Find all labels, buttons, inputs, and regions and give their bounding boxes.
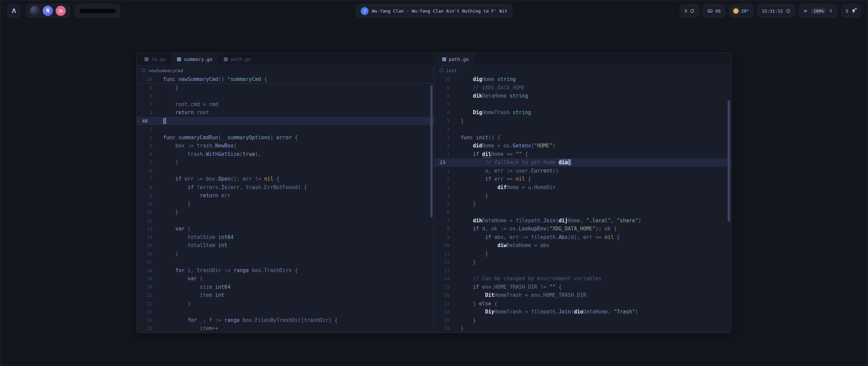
code-line[interactable]: 46} — [137, 117, 434, 125]
tab-path.go[interactable]: path.go — [218, 53, 256, 65]
tab-rm.go[interactable]: rm.go — [139, 53, 171, 65]
code-line[interactable]: 25 item++ — [137, 324, 434, 333]
code-line[interactable]: 4 } — [137, 84, 434, 92]
code-line[interactable]: 3func init() { — [434, 134, 732, 142]
code-line[interactable]: 14 // Can be changed by environment vari… — [434, 274, 732, 283]
code-line[interactable]: 18 for i, trashDir := range box.TrashDir… — [137, 266, 434, 275]
active-window-title[interactable] — [75, 4, 120, 17]
code-line[interactable]: 3 — [137, 92, 434, 100]
code-line[interactable]: 15 totalItem int — [137, 241, 434, 250]
code-line[interactable]: 17 — [137, 258, 434, 266]
code-line[interactable]: 7 — [434, 100, 732, 109]
browser-icon[interactable] — [30, 6, 40, 16]
code-line[interactable]: 20} — [434, 324, 732, 333]
code-line[interactable]: 2 root.cmd = cmd — [137, 100, 434, 109]
code-text — [156, 308, 434, 316]
code-text: dikDataHome string — [454, 92, 732, 100]
launcher-button[interactable]: Λ — [7, 4, 20, 17]
code-line[interactable]: 11 } — [434, 250, 732, 258]
code-line[interactable]: 3 difHome = u.HomeDir — [434, 183, 732, 192]
clock-widget[interactable]: 12:31:12 — [757, 4, 795, 17]
volume-widget[interactable]: 100% — [799, 4, 837, 17]
neovim-icon[interactable]: N — [43, 6, 53, 16]
code-line[interactable]: 15 if env.HOME_TRASH_DIR != "" { — [434, 283, 732, 291]
notifications-widget[interactable]: 5 — [841, 4, 861, 17]
updates-widget[interactable]: 9 — [680, 4, 699, 17]
code-line[interactable]: 7 dihDataHome = filepath.Join(dijHome, "… — [434, 217, 732, 225]
code-line[interactable]: 10 digHome string — [434, 75, 732, 84]
code-line[interactable]: 2 didHome = os.Getenv("HOME") — [434, 142, 732, 150]
line-number: 5 — [434, 200, 454, 208]
code-text — [156, 92, 434, 100]
code-line[interactable]: 6 — [434, 208, 732, 217]
code-line[interactable]: 6 DigHomeTrash string — [434, 108, 732, 117]
code-line[interactable]: 6 — [137, 167, 434, 175]
code-line[interactable]: 9 if abs, err := filepath.Abs(d); err ==… — [434, 233, 732, 242]
tab-path.go[interactable]: path.go — [436, 53, 475, 65]
code-line[interactable]: 1 — [137, 125, 434, 134]
code-line[interactable]: 14 totalSize int64 — [137, 233, 434, 242]
code-line[interactable]: 5 } — [434, 200, 732, 208]
code-area-left[interactable]: 26func newSummaryCmd() *summaryCmd {4 }3… — [137, 75, 434, 333]
code-line[interactable]: 2func summaryCmdRun(_ summaryOptions) er… — [137, 134, 434, 142]
code-text: if env.HOME_TRASH_DIR != "" { — [454, 283, 732, 291]
code-line[interactable]: 3 box := trash.NewBox( — [137, 142, 434, 150]
code-line[interactable]: 4 trash.WithGetSize(true), — [137, 150, 434, 159]
sticky-context-line[interactable]: 26func newSummaryCmd() *summaryCmd { — [137, 75, 434, 84]
code-line[interactable]: 10 diwDataHome = abs — [434, 241, 732, 250]
code-line[interactable]: 10 } — [137, 200, 434, 208]
tab-summary.go[interactable]: summary.go — [171, 53, 218, 65]
notes-icon[interactable] — [56, 6, 66, 16]
code-text: item++ — [156, 324, 434, 333]
code-line[interactable]: 12 — [137, 217, 434, 225]
code-line[interactable]: 1 if dilHome == "" { — [434, 150, 732, 159]
code-line[interactable]: 19 } — [434, 316, 732, 325]
line-number: 17 — [137, 258, 156, 266]
code-line[interactable]: 23 // fallback to get home dia — [434, 158, 732, 167]
weather-widget[interactable]: 29° — [729, 4, 753, 17]
media-player-widget[interactable]: ♪ Wu-Tang Clan - Wu-Tang Clan Ain't Nuth… — [356, 4, 512, 17]
code-line[interactable]: 22 ) — [137, 300, 434, 308]
code-line[interactable]: 13 var ( — [137, 225, 434, 233]
code-line[interactable]: 24 for _, f := range box.FilesByTrashDir… — [137, 316, 434, 325]
code-line[interactable]: 4 } — [434, 191, 732, 200]
code-line[interactable]: 19 var ( — [137, 274, 434, 283]
code-line[interactable]: 17 } else { — [434, 300, 732, 308]
code-line[interactable]: 9 // $XDG_DATA_HOME — [434, 84, 732, 92]
code-text: box := trash.NewBox( — [156, 142, 434, 150]
line-number: 5 — [434, 117, 454, 125]
speaker-icon — [803, 8, 808, 14]
code-line[interactable]: 8 dikDataHome string — [434, 92, 732, 100]
code-text: } — [454, 191, 732, 200]
code-line[interactable]: 5} — [434, 117, 732, 125]
code-line[interactable]: 16 DitHomeTrash = env.HOME_TRASH_DIR — [434, 291, 732, 300]
code-line[interactable]: 20 size int64 — [137, 283, 434, 291]
code-line[interactable]: 18 DiyHomeTrash = filepath.Join(dioDataH… — [434, 308, 732, 316]
line-number: 13 — [434, 266, 454, 275]
code-line[interactable]: 21 item int — [137, 291, 434, 300]
code-line[interactable]: 9 return err — [137, 191, 434, 200]
line-number: 2 — [434, 142, 454, 150]
code-line[interactable]: 4 — [434, 125, 732, 134]
code-text: var ( — [156, 274, 434, 283]
code-line[interactable]: 1 return root — [137, 108, 434, 117]
code-line[interactable]: 5 ) — [137, 158, 434, 167]
code-line[interactable]: 16 ) — [137, 250, 434, 258]
line-number: 14 — [434, 274, 454, 283]
code-line[interactable]: 1 u, err := user.Current() — [434, 167, 732, 175]
code-line[interactable]: 2 if err == nil { — [434, 175, 732, 183]
code-line[interactable]: 8 if d, ok := os.LookupEnv("XDG_DATA_HOM… — [434, 225, 732, 233]
line-number: 19 — [434, 316, 454, 325]
code-line[interactable]: 13 — [434, 266, 732, 275]
scrollbar-left[interactable] — [430, 85, 433, 218]
code-line[interactable]: 12 } — [434, 258, 732, 266]
code-line[interactable]: 8 if !errors.Is(err, trash.ErrNotFound) … — [137, 183, 434, 192]
scrollbar-right[interactable] — [728, 100, 730, 222]
keyboard-layout-widget[interactable]: US — [703, 4, 725, 17]
line-number: 16 — [434, 291, 454, 300]
code-line[interactable]: 11 } — [137, 208, 434, 217]
code-line[interactable]: 23 — [137, 308, 434, 316]
code-area-right[interactable]: 10 digHome string9 // $XDG_DATA_HOME8 di… — [434, 75, 732, 333]
code-line[interactable]: 7 if err := box.Open(); err != nil { — [137, 175, 434, 183]
line-number: 1 — [137, 108, 156, 117]
